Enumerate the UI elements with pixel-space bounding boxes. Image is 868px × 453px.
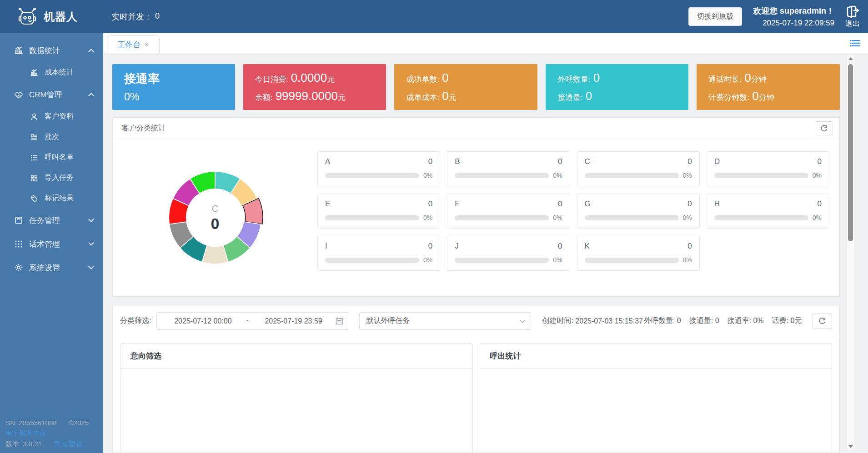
content-area: 接通率0%今日消费:0.0000元余额:99999.0000元成功单数:0成单成… bbox=[103, 54, 868, 453]
filter-refresh-button[interactable] bbox=[813, 313, 832, 329]
user-icon bbox=[29, 112, 39, 122]
category-percent: 0% bbox=[683, 172, 692, 179]
card-value: 0% bbox=[124, 91, 223, 103]
tab-workbench[interactable]: 工作台 × bbox=[107, 35, 160, 54]
category-progress-bar bbox=[325, 173, 419, 178]
sidebar-subitem-导入任务[interactable]: 导入任务 bbox=[0, 168, 103, 188]
date-end-value[interactable]: 2025-07-19 23:59 bbox=[253, 317, 334, 325]
category-progress-bar bbox=[455, 258, 549, 263]
date-range-input[interactable]: 2025-07-12 00:00 ~ 2025-07-19 23:59 bbox=[156, 312, 349, 330]
task-statistics-section: 分类筛选: 2025-07-12 00:00 ~ 2025-07-19 23:5… bbox=[112, 306, 840, 453]
customer-category-panel: 客户分类统计 C 0 bbox=[112, 117, 840, 297]
stat-card-通话时长: 通话时长:0分钟计费分钟数:0分钟 bbox=[697, 64, 840, 110]
card-title: 接通率 bbox=[124, 71, 223, 87]
serial-number: SN: 2055561088 bbox=[5, 419, 57, 427]
chevron-down-icon bbox=[88, 216, 94, 222]
handshake-icon bbox=[14, 90, 24, 100]
tab-list-icon[interactable] bbox=[850, 39, 860, 50]
category-stat-card-A: A00% bbox=[317, 151, 440, 186]
sidebar-item-任务管理[interactable]: 任务管理 bbox=[0, 209, 103, 232]
gear-icon bbox=[14, 263, 24, 273]
tab-label: 工作台 bbox=[118, 40, 141, 50]
category-progress-bar bbox=[714, 173, 808, 178]
stat-card-接通率: 接通率0% bbox=[112, 64, 235, 110]
service-agreement-link[interactable]: 电子服务协议 bbox=[5, 429, 46, 438]
scrollbar-thumb[interactable] bbox=[848, 64, 853, 241]
outbound-task-select[interactable]: 默认外呼任务 bbox=[359, 312, 531, 330]
panel-refresh-button[interactable] bbox=[815, 121, 833, 135]
concurrency-value: 0 bbox=[155, 11, 160, 22]
sidebar-item-数据统计[interactable]: 数据统计 bbox=[0, 39, 103, 62]
stat-card-今日消费: 今日消费:0.0000元余额:99999.0000元 bbox=[243, 64, 386, 110]
sidebar-item-CRM管理[interactable]: CRM管理 bbox=[0, 83, 103, 106]
logout-label: 退出 bbox=[845, 19, 860, 29]
quick-stat: 接通率: 0% bbox=[728, 316, 764, 326]
card-metric-row: 通话时长:0分钟 bbox=[708, 71, 828, 85]
tab-close-icon[interactable]: × bbox=[145, 41, 149, 49]
quick-stat-label: 话费: bbox=[772, 317, 788, 324]
category-count: 0 bbox=[558, 199, 562, 209]
metric-unit: 分钟 bbox=[751, 74, 767, 85]
sidebar-subitem-label: 客户资料 bbox=[45, 112, 93, 121]
sidebar-subitem-label: 成本统计 bbox=[45, 68, 93, 77]
panel-title: 意向筛选 bbox=[120, 344, 472, 368]
created-value: 2025-07-03 15:15:37 bbox=[575, 317, 643, 325]
main-area: 工作台 × 接通率0%今日消费:0.0000元余额:99999.0000元成功单… bbox=[103, 33, 868, 453]
category-progress-bar bbox=[455, 173, 549, 178]
line-chart-icon bbox=[29, 68, 39, 78]
customer-category-donut-chart[interactable] bbox=[158, 161, 272, 274]
realtime-concurrency: 实时并发： 0 bbox=[111, 11, 160, 22]
sidebar-item-label: CRM管理 bbox=[29, 90, 89, 100]
metric-label: 成功单数: bbox=[406, 74, 439, 85]
donut-chart-area: C 0 bbox=[113, 139, 317, 296]
sidebar-subitem-标记结果[interactable]: 标记结果 bbox=[0, 188, 103, 209]
category-stat-card-I: I00% bbox=[317, 236, 440, 271]
category-count: 0 bbox=[818, 199, 822, 209]
task-select-value: 默认外呼任务 bbox=[366, 316, 410, 326]
sidebar-subitem-label: 导入任务 bbox=[45, 173, 93, 183]
chevron-up-icon bbox=[88, 93, 94, 99]
sidebar-subitem-批次[interactable]: 批次 bbox=[0, 127, 103, 147]
category-percent: 0% bbox=[423, 172, 432, 179]
logo-zone: 机器人 bbox=[0, 8, 103, 26]
metric-label: 接通量: bbox=[557, 92, 583, 103]
sidebar-item-系统设置[interactable]: 系统设置 bbox=[0, 256, 103, 279]
concurrency-label: 实时并发： bbox=[111, 11, 152, 22]
welcome-block: 欢迎您 superadmin！ 2025-07-19 22:09:59 bbox=[753, 5, 834, 28]
category-stat-card-C: C00% bbox=[577, 151, 700, 186]
metric-value: 0 bbox=[586, 89, 592, 103]
refresh-icon bbox=[818, 317, 826, 325]
quick-stat: 话费: 0元 bbox=[772, 316, 802, 326]
sidebar-subitem-成本统计[interactable]: 成本统计 bbox=[0, 62, 103, 83]
switch-to-original-button[interactable]: 切换到原版 bbox=[688, 7, 742, 26]
date-start-value[interactable]: 2025-07-12 00:00 bbox=[162, 317, 243, 325]
category-percent: 0% bbox=[423, 214, 432, 221]
quick-stat: 接通量: 0 bbox=[689, 316, 719, 326]
scroll-down-arrow[interactable] bbox=[847, 443, 854, 450]
quick-stat: 外呼数量: 0 bbox=[644, 316, 681, 326]
sidebar-item-话术管理[interactable]: 话术管理 bbox=[0, 232, 103, 256]
tab-strip: 工作台 × bbox=[103, 33, 868, 54]
scroll-up-arrow[interactable] bbox=[847, 55, 854, 62]
script-icon bbox=[14, 239, 24, 249]
vertical-scrollbar[interactable] bbox=[847, 55, 854, 451]
sidebar-menu: 数据统计成本统计CRM管理客户资料批次呼叫名单导入任务标记结果任务管理话术管理系… bbox=[0, 33, 103, 279]
category-percent: 0% bbox=[813, 214, 822, 221]
quick-stat-value: 0 bbox=[715, 317, 719, 324]
sidebar-item-label: 任务管理 bbox=[29, 215, 89, 226]
logout-button[interactable]: 退出 bbox=[845, 5, 860, 29]
feedback-link[interactable]: 意见/建议 bbox=[54, 440, 83, 448]
task-created-time: 创建时间: 2025-07-03 15:15:37 bbox=[542, 316, 642, 326]
sidebar-subitem-客户资料[interactable]: 客户资料 bbox=[0, 106, 103, 127]
import-icon bbox=[29, 173, 39, 183]
sidebar-subitem-呼叫名单[interactable]: 呼叫名单 bbox=[0, 147, 103, 168]
metric-unit: 元 bbox=[449, 92, 457, 103]
metric-label: 计费分钟数: bbox=[708, 92, 749, 103]
welcome-text: 欢迎您 superadmin！ bbox=[753, 5, 834, 16]
category-percent: 0% bbox=[553, 256, 562, 264]
metric-value: 0 bbox=[744, 71, 751, 85]
category-letter: B bbox=[455, 157, 460, 166]
quick-stat-value: 0 bbox=[677, 317, 681, 324]
metric-label: 今日消费: bbox=[255, 74, 288, 85]
metric-label: 通话时长: bbox=[708, 74, 742, 85]
